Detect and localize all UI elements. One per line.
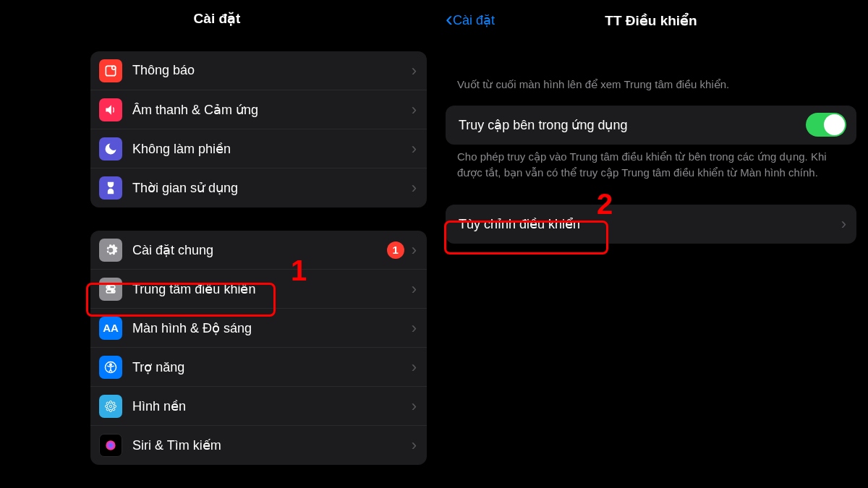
chevron-right-icon: › (412, 280, 417, 299)
header: Cài đặt (7, 0, 427, 37)
chevron-right-icon: › (412, 179, 417, 197)
row-label: Âm thanh & Cảm ứng (132, 102, 404, 118)
settings-root-screen: Cài đặt Thông báo › Âm thanh & C (0, 0, 434, 488)
group-customize: Tùy chỉnh điều khiển › (446, 205, 856, 244)
control-center-settings-screen: ‹ Cài đặt TT Điều khiển Vuốt từ cuối màn… (434, 0, 868, 488)
screentime-icon (99, 176, 122, 200)
svg-point-11 (106, 405, 108, 407)
siri-icon (99, 434, 122, 457)
toggle-access-in-apps[interactable] (806, 113, 846, 137)
svg-point-12 (114, 405, 116, 407)
row-label: Thời gian sử dụng (132, 180, 404, 196)
chevron-right-icon: › (412, 397, 417, 416)
back-button[interactable]: ‹ Cài đặt (446, 0, 495, 40)
wallpaper-icon (99, 395, 122, 418)
row-label: Tùy chỉnh điều khiển (459, 216, 834, 232)
svg-point-15 (106, 408, 109, 410)
helper-text-top: Vuốt từ cuối màn hình lên để xem Trung t… (441, 40, 861, 106)
svg-point-17 (106, 440, 115, 450)
row-label: Màn hình & Độ sáng (132, 320, 404, 336)
dnd-icon (99, 137, 122, 160)
svg-point-7 (110, 363, 112, 365)
svg-point-16 (113, 408, 115, 410)
svg-point-5 (111, 290, 114, 292)
chevron-right-icon: › (412, 358, 417, 377)
row-label: Thông báo (132, 63, 404, 78)
update-badge: 1 (387, 241, 404, 259)
row-label: Siri & Tìm kiếm (132, 437, 404, 453)
chevron-right-icon: › (412, 319, 417, 338)
accessibility-icon (99, 356, 122, 379)
gear-icon (99, 239, 122, 262)
chevron-right-icon: › (841, 215, 846, 234)
header: ‹ Cài đặt TT Điều khiển (441, 0, 861, 40)
page-title: Cài đặt (194, 10, 241, 27)
chevron-right-icon: › (412, 61, 417, 80)
row-label: Không làm phiền (132, 141, 404, 157)
row-screentime[interactable]: Thời gian sử dụng › (90, 168, 427, 207)
row-label: Truy cập bên trong ứng dụng (459, 117, 806, 133)
row-label: Trợ năng (132, 359, 404, 375)
svg-point-13 (106, 402, 109, 404)
svg-point-8 (109, 405, 111, 407)
chevron-right-icon: › (412, 140, 417, 158)
helper-text-mid: Cho phép truy cập vào Trung tâm điều khi… (441, 145, 861, 194)
control-center-icon (99, 278, 122, 301)
settings-group-notifications: Thông báo › Âm thanh & Cảm ứng › K (90, 51, 427, 207)
row-accessibility[interactable]: Trợ năng › (90, 348, 427, 387)
chevron-right-icon: › (412, 436, 417, 455)
back-label: Cài đặt (453, 12, 495, 28)
group-access: Truy cập bên trong ứng dụng (446, 106, 856, 145)
settings-group-general: Cài đặt chung 1 › Trung tâm điều khiển ›… (90, 231, 427, 465)
row-label: Hình nền (132, 398, 404, 414)
row-dnd[interactable]: Không làm phiền › (90, 129, 427, 168)
chevron-left-icon: ‹ (446, 8, 453, 30)
display-icon: AA (99, 317, 122, 340)
row-siri[interactable]: Siri & Tìm kiếm › (90, 426, 427, 465)
row-access-in-apps[interactable]: Truy cập bên trong ứng dụng (446, 106, 856, 145)
row-label: Trung tâm điều khiển (132, 281, 404, 297)
row-general[interactable]: Cài đặt chung 1 › (90, 231, 427, 270)
row-notifications[interactable]: Thông báo › (90, 51, 427, 90)
svg-point-10 (109, 409, 111, 411)
sounds-icon (99, 98, 122, 121)
notifications-icon (99, 59, 122, 82)
row-customize-controls[interactable]: Tùy chỉnh điều khiển › (446, 205, 856, 244)
svg-point-1 (112, 66, 116, 69)
row-display[interactable]: AA Màn hình & Độ sáng › (90, 309, 427, 348)
chevron-right-icon: › (412, 241, 417, 260)
row-sounds[interactable]: Âm thanh & Cảm ứng › (90, 90, 427, 129)
row-label: Cài đặt chung (132, 242, 387, 258)
svg-point-9 (109, 401, 111, 403)
page-title: TT Điều khiển (605, 12, 697, 29)
toggle-knob (824, 114, 845, 135)
row-wallpaper[interactable]: Hình nền › (90, 387, 427, 426)
svg-point-14 (113, 402, 115, 404)
row-control-center[interactable]: Trung tâm điều khiển › (90, 270, 427, 309)
svg-point-3 (108, 286, 110, 288)
chevron-right-icon: › (412, 100, 417, 119)
